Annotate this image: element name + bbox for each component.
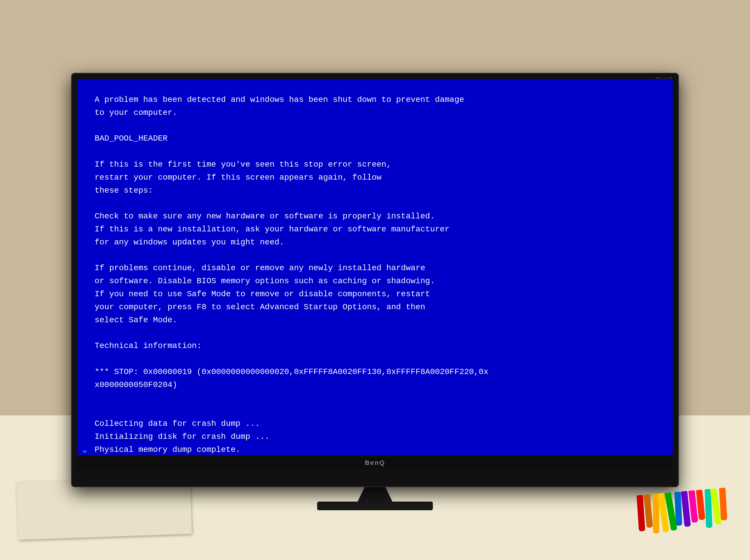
marker-5	[674, 492, 682, 526]
markers-container	[636, 488, 729, 535]
bsod-content: A problem has been detected and windows …	[95, 94, 655, 455]
marker-1	[644, 494, 653, 528]
bsod-screen: A problem has been detected and windows …	[77, 79, 673, 455]
monitor-brand-label: BenQ	[365, 459, 386, 466]
monitor-outer: BenQ A problem has been detected and win…	[71, 73, 679, 487]
monitor-stand-base	[317, 502, 433, 510]
led-indicator	[83, 451, 86, 453]
monitor-stand-neck	[358, 487, 392, 502]
monitor-bottom-bar: BenQ	[77, 457, 673, 469]
